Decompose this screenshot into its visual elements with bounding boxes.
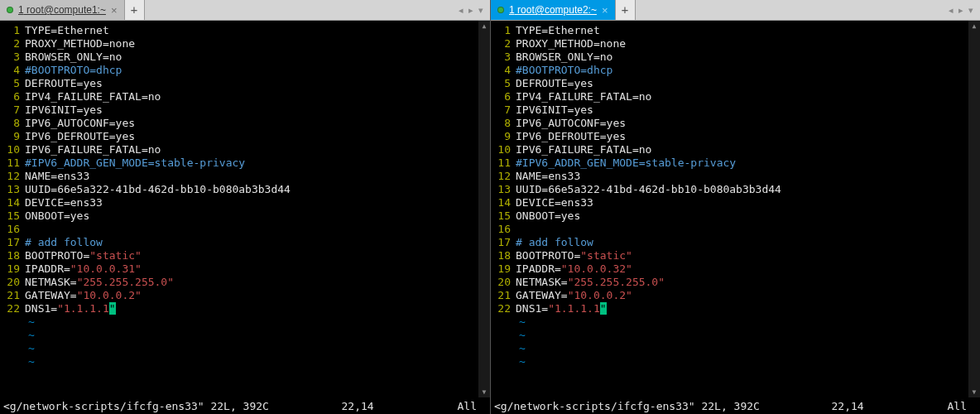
editor-area[interactable]: 12345678910111213141516171819202122 TYPE… [0, 21, 490, 397]
code-content[interactable]: TYPE=EthernetPROXY_METHOD=noneBROWSER_ON… [516, 21, 968, 397]
code-line[interactable]: IPV6_FAILURE_FATAL=no [516, 143, 968, 156]
code-line[interactable]: BOOTPROTO="static" [25, 249, 478, 262]
line-number: 15 [491, 209, 511, 223]
new-tab-button[interactable]: + [616, 0, 636, 20]
line-number: 4 [0, 64, 20, 77]
code-line[interactable]: ONBOOT=yes [25, 209, 478, 223]
code-content[interactable]: TYPE=EthernetPROXY_METHOD=noneBROWSER_ON… [25, 21, 478, 397]
tab-bar: 1 root@compute2:~ × + ◂ ▸ ▾ [491, 0, 980, 21]
code-line[interactable]: IPV4_FAILURE_FATAL=no [25, 90, 478, 104]
line-number: 13 [491, 183, 511, 196]
code-line[interactable]: IPV6_FAILURE_FATAL=no [25, 143, 478, 156]
line-number: 8 [0, 117, 20, 130]
code-line[interactable]: TYPE=Ethernet [25, 24, 478, 37]
code-line[interactable]: IPV6_AUTOCONF=yes [516, 117, 968, 130]
empty-line-tilde: ~ [25, 329, 478, 342]
nav-next-icon[interactable]: ▸ [957, 5, 965, 16]
close-icon[interactable]: × [111, 4, 118, 17]
status-position: 22,14 [342, 400, 458, 412]
code-line[interactable]: IPV6_DEFROUTE=yes [25, 130, 478, 143]
code-line[interactable] [516, 223, 968, 236]
code-line[interactable]: BROWSER_ONLY=no [516, 51, 968, 64]
terminal-pane-right: 1 root@compute2:~ × + ◂ ▸ ▾ 123456789101… [490, 0, 980, 414]
line-number: 3 [0, 51, 20, 64]
line-number: 21 [0, 289, 20, 302]
line-number: 7 [0, 104, 20, 117]
code-line[interactable]: IPADDR="10.0.0.31" [25, 262, 478, 276]
empty-line-tilde: ~ [516, 342, 968, 355]
nav-menu-icon[interactable]: ▾ [477, 5, 485, 16]
nav-menu-icon[interactable]: ▾ [967, 5, 975, 16]
tab-title: 1 root@compute1:~ [18, 4, 106, 16]
line-number: 16 [491, 223, 511, 236]
line-number: 11 [491, 156, 511, 170]
line-number-gutter: 12345678910111213141516171819202122 [0, 21, 25, 397]
code-line[interactable]: DNS1="1.1.1.1" [516, 302, 968, 315]
code-line[interactable]: DEFROUTE=yes [516, 77, 968, 90]
code-line[interactable]: NETMASK="255.255.255.0" [516, 276, 968, 289]
code-line[interactable]: DNS1="1.1.1.1" [25, 302, 478, 315]
tab-bar: 1 root@compute1:~ × + ◂ ▸ ▾ [0, 0, 490, 21]
line-number: 4 [491, 64, 511, 77]
code-line[interactable]: IPADDR="10.0.0.32" [516, 262, 968, 276]
status-scroll: All [948, 400, 977, 412]
code-line[interactable]: BOOTPROTO="static" [516, 249, 968, 262]
line-number: 13 [0, 183, 20, 196]
terminal-tab[interactable]: 1 root@compute2:~ × [491, 0, 616, 20]
code-line[interactable]: #BOOTPROTO=dhcp [25, 64, 478, 77]
line-number: 17 [491, 236, 511, 249]
code-line[interactable]: NAME=ens33 [516, 170, 968, 183]
code-line[interactable]: #IPV6_ADDR_GEN_MODE=stable-privacy [25, 156, 478, 170]
code-line[interactable]: # add follow [25, 236, 478, 249]
code-line[interactable]: DEVICE=ens33 [516, 196, 968, 209]
vertical-scrollbar[interactable] [478, 21, 490, 397]
line-number: 18 [491, 249, 511, 262]
close-icon[interactable]: × [602, 4, 608, 17]
line-number: 5 [0, 77, 20, 90]
code-line[interactable]: NAME=ens33 [25, 170, 478, 183]
code-line[interactable]: #BOOTPROTO=dhcp [516, 64, 968, 77]
code-line[interactable]: IPV6INIT=yes [25, 104, 478, 117]
code-line[interactable]: NETMASK="255.255.255.0" [25, 276, 478, 289]
vertical-scrollbar[interactable] [968, 21, 980, 397]
status-bar: <g/network-scripts/ifcfg-ens33" 22L, 392… [0, 397, 490, 414]
code-line[interactable]: UUID=66e5a322-41bd-462d-bb10-b080ab3b3d4… [516, 183, 968, 196]
line-number: 9 [0, 130, 20, 143]
code-line[interactable]: IPV6_DEFROUTE=yes [516, 130, 968, 143]
line-number: 5 [491, 77, 511, 90]
status-dot-icon [7, 7, 13, 13]
code-line[interactable]: IPV6INIT=yes [516, 104, 968, 117]
nav-prev-icon[interactable]: ◂ [457, 5, 465, 16]
code-line[interactable]: BROWSER_ONLY=no [25, 51, 478, 64]
code-line[interactable]: # add follow [516, 236, 968, 249]
code-line[interactable] [25, 223, 478, 236]
line-number: 22 [0, 302, 20, 315]
terminal-tab[interactable]: 1 root@compute1:~ × [0, 0, 125, 20]
code-line[interactable]: GATEWAY="10.0.0.2" [516, 289, 968, 302]
line-number: 11 [0, 156, 20, 170]
code-line[interactable]: TYPE=Ethernet [516, 24, 968, 37]
line-number: 20 [491, 276, 511, 289]
line-number: 9 [491, 130, 511, 143]
code-line[interactable]: DEFROUTE=yes [25, 77, 478, 90]
nav-next-icon[interactable]: ▸ [467, 5, 475, 16]
empty-line-tilde: ~ [516, 329, 968, 342]
code-line[interactable]: PROXY_METHOD=none [516, 37, 968, 51]
empty-line-tilde: ~ [516, 355, 968, 368]
terminal-pane-left: 1 root@compute1:~ × + ◂ ▸ ▾ 123456789101… [0, 0, 490, 414]
line-number: 20 [0, 276, 20, 289]
editor-area[interactable]: 12345678910111213141516171819202122 TYPE… [491, 21, 980, 397]
code-line[interactable]: ONBOOT=yes [516, 209, 968, 223]
code-line[interactable]: #IPV6_ADDR_GEN_MODE=stable-privacy [516, 156, 968, 170]
tab-nav: ◂ ▸ ▾ [452, 0, 490, 20]
code-line[interactable]: PROXY_METHOD=none [25, 37, 478, 51]
code-line[interactable]: UUID=66e5a322-41bd-462d-bb10-b080ab3b3d4… [25, 183, 478, 196]
line-number: 19 [0, 262, 20, 276]
code-line[interactable]: DEVICE=ens33 [25, 196, 478, 209]
code-line[interactable]: IPV4_FAILURE_FATAL=no [516, 90, 968, 104]
status-file: <g/network-scripts/ifcfg-ens33" 22L, 392… [494, 400, 760, 412]
code-line[interactable]: GATEWAY="10.0.0.2" [25, 289, 478, 302]
nav-prev-icon[interactable]: ◂ [947, 5, 955, 16]
new-tab-button[interactable]: + [125, 0, 145, 20]
code-line[interactable]: IPV6_AUTOCONF=yes [25, 117, 478, 130]
